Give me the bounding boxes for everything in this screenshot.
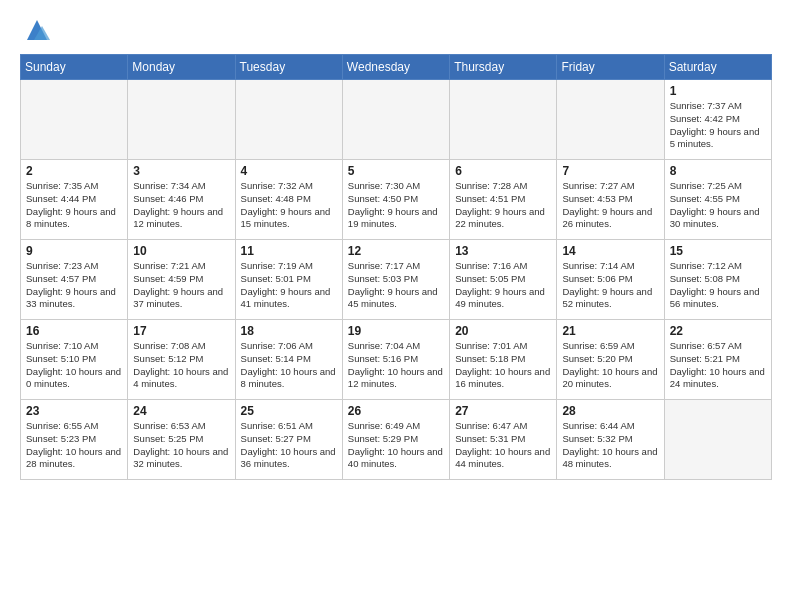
logo-icon xyxy=(22,16,52,42)
day-cell: 1Sunrise: 7:37 AM Sunset: 4:42 PM Daylig… xyxy=(664,80,771,160)
day-info: Sunrise: 6:53 AM Sunset: 5:25 PM Dayligh… xyxy=(133,420,230,471)
day-info: Sunrise: 7:27 AM Sunset: 4:53 PM Dayligh… xyxy=(562,180,659,231)
day-info: Sunrise: 7:17 AM Sunset: 5:03 PM Dayligh… xyxy=(348,260,445,311)
logo xyxy=(20,18,52,42)
day-number: 24 xyxy=(133,404,230,418)
day-number: 20 xyxy=(455,324,552,338)
day-cell: 13Sunrise: 7:16 AM Sunset: 5:05 PM Dayli… xyxy=(450,240,557,320)
day-cell xyxy=(342,80,449,160)
day-cell: 18Sunrise: 7:06 AM Sunset: 5:14 PM Dayli… xyxy=(235,320,342,400)
day-cell xyxy=(235,80,342,160)
day-info: Sunrise: 7:37 AM Sunset: 4:42 PM Dayligh… xyxy=(670,100,767,151)
day-number: 13 xyxy=(455,244,552,258)
day-cell: 20Sunrise: 7:01 AM Sunset: 5:18 PM Dayli… xyxy=(450,320,557,400)
day-number: 22 xyxy=(670,324,767,338)
day-info: Sunrise: 7:23 AM Sunset: 4:57 PM Dayligh… xyxy=(26,260,123,311)
day-info: Sunrise: 7:34 AM Sunset: 4:46 PM Dayligh… xyxy=(133,180,230,231)
day-info: Sunrise: 6:59 AM Sunset: 5:20 PM Dayligh… xyxy=(562,340,659,391)
col-header-monday: Monday xyxy=(128,55,235,80)
day-cell: 17Sunrise: 7:08 AM Sunset: 5:12 PM Dayli… xyxy=(128,320,235,400)
day-cell: 5Sunrise: 7:30 AM Sunset: 4:50 PM Daylig… xyxy=(342,160,449,240)
day-info: Sunrise: 7:12 AM Sunset: 5:08 PM Dayligh… xyxy=(670,260,767,311)
day-number: 21 xyxy=(562,324,659,338)
col-header-saturday: Saturday xyxy=(664,55,771,80)
day-info: Sunrise: 7:10 AM Sunset: 5:10 PM Dayligh… xyxy=(26,340,123,391)
col-header-friday: Friday xyxy=(557,55,664,80)
week-row-4: 23Sunrise: 6:55 AM Sunset: 5:23 PM Dayli… xyxy=(21,400,772,480)
day-cell: 22Sunrise: 6:57 AM Sunset: 5:21 PM Dayli… xyxy=(664,320,771,400)
day-cell: 28Sunrise: 6:44 AM Sunset: 5:32 PM Dayli… xyxy=(557,400,664,480)
day-number: 1 xyxy=(670,84,767,98)
day-info: Sunrise: 6:49 AM Sunset: 5:29 PM Dayligh… xyxy=(348,420,445,471)
day-number: 19 xyxy=(348,324,445,338)
day-cell xyxy=(557,80,664,160)
day-number: 28 xyxy=(562,404,659,418)
day-cell: 12Sunrise: 7:17 AM Sunset: 5:03 PM Dayli… xyxy=(342,240,449,320)
day-number: 27 xyxy=(455,404,552,418)
day-info: Sunrise: 6:47 AM Sunset: 5:31 PM Dayligh… xyxy=(455,420,552,471)
day-info: Sunrise: 6:44 AM Sunset: 5:32 PM Dayligh… xyxy=(562,420,659,471)
day-number: 9 xyxy=(26,244,123,258)
day-number: 8 xyxy=(670,164,767,178)
day-info: Sunrise: 7:28 AM Sunset: 4:51 PM Dayligh… xyxy=(455,180,552,231)
day-cell: 19Sunrise: 7:04 AM Sunset: 5:16 PM Dayli… xyxy=(342,320,449,400)
day-cell: 8Sunrise: 7:25 AM Sunset: 4:55 PM Daylig… xyxy=(664,160,771,240)
day-number: 11 xyxy=(241,244,338,258)
day-cell: 14Sunrise: 7:14 AM Sunset: 5:06 PM Dayli… xyxy=(557,240,664,320)
day-number: 25 xyxy=(241,404,338,418)
col-header-wednesday: Wednesday xyxy=(342,55,449,80)
day-number: 5 xyxy=(348,164,445,178)
day-cell: 11Sunrise: 7:19 AM Sunset: 5:01 PM Dayli… xyxy=(235,240,342,320)
day-number: 10 xyxy=(133,244,230,258)
day-number: 7 xyxy=(562,164,659,178)
day-number: 16 xyxy=(26,324,123,338)
day-info: Sunrise: 6:51 AM Sunset: 5:27 PM Dayligh… xyxy=(241,420,338,471)
day-cell: 21Sunrise: 6:59 AM Sunset: 5:20 PM Dayli… xyxy=(557,320,664,400)
day-number: 14 xyxy=(562,244,659,258)
day-cell: 10Sunrise: 7:21 AM Sunset: 4:59 PM Dayli… xyxy=(128,240,235,320)
day-cell: 4Sunrise: 7:32 AM Sunset: 4:48 PM Daylig… xyxy=(235,160,342,240)
col-header-tuesday: Tuesday xyxy=(235,55,342,80)
day-number: 6 xyxy=(455,164,552,178)
day-cell: 3Sunrise: 7:34 AM Sunset: 4:46 PM Daylig… xyxy=(128,160,235,240)
day-info: Sunrise: 7:21 AM Sunset: 4:59 PM Dayligh… xyxy=(133,260,230,311)
day-number: 18 xyxy=(241,324,338,338)
week-row-0: 1Sunrise: 7:37 AM Sunset: 4:42 PM Daylig… xyxy=(21,80,772,160)
day-info: Sunrise: 7:30 AM Sunset: 4:50 PM Dayligh… xyxy=(348,180,445,231)
day-number: 2 xyxy=(26,164,123,178)
day-number: 15 xyxy=(670,244,767,258)
day-cell: 6Sunrise: 7:28 AM Sunset: 4:51 PM Daylig… xyxy=(450,160,557,240)
calendar-header-row: SundayMondayTuesdayWednesdayThursdayFrid… xyxy=(21,55,772,80)
day-number: 26 xyxy=(348,404,445,418)
day-info: Sunrise: 7:35 AM Sunset: 4:44 PM Dayligh… xyxy=(26,180,123,231)
day-info: Sunrise: 7:16 AM Sunset: 5:05 PM Dayligh… xyxy=(455,260,552,311)
day-info: Sunrise: 7:19 AM Sunset: 5:01 PM Dayligh… xyxy=(241,260,338,311)
day-number: 12 xyxy=(348,244,445,258)
week-row-2: 9Sunrise: 7:23 AM Sunset: 4:57 PM Daylig… xyxy=(21,240,772,320)
page: SundayMondayTuesdayWednesdayThursdayFrid… xyxy=(0,0,792,490)
day-cell: 2Sunrise: 7:35 AM Sunset: 4:44 PM Daylig… xyxy=(21,160,128,240)
header xyxy=(20,18,772,42)
day-cell: 15Sunrise: 7:12 AM Sunset: 5:08 PM Dayli… xyxy=(664,240,771,320)
day-info: Sunrise: 7:14 AM Sunset: 5:06 PM Dayligh… xyxy=(562,260,659,311)
day-info: Sunrise: 7:01 AM Sunset: 5:18 PM Dayligh… xyxy=(455,340,552,391)
day-cell xyxy=(21,80,128,160)
day-number: 4 xyxy=(241,164,338,178)
day-cell xyxy=(664,400,771,480)
week-row-3: 16Sunrise: 7:10 AM Sunset: 5:10 PM Dayli… xyxy=(21,320,772,400)
day-cell: 26Sunrise: 6:49 AM Sunset: 5:29 PM Dayli… xyxy=(342,400,449,480)
day-info: Sunrise: 6:55 AM Sunset: 5:23 PM Dayligh… xyxy=(26,420,123,471)
day-cell: 27Sunrise: 6:47 AM Sunset: 5:31 PM Dayli… xyxy=(450,400,557,480)
day-info: Sunrise: 7:25 AM Sunset: 4:55 PM Dayligh… xyxy=(670,180,767,231)
day-cell: 23Sunrise: 6:55 AM Sunset: 5:23 PM Dayli… xyxy=(21,400,128,480)
day-info: Sunrise: 7:06 AM Sunset: 5:14 PM Dayligh… xyxy=(241,340,338,391)
day-info: Sunrise: 6:57 AM Sunset: 5:21 PM Dayligh… xyxy=(670,340,767,391)
day-cell: 9Sunrise: 7:23 AM Sunset: 4:57 PM Daylig… xyxy=(21,240,128,320)
day-cell xyxy=(450,80,557,160)
day-number: 3 xyxy=(133,164,230,178)
day-cell: 25Sunrise: 6:51 AM Sunset: 5:27 PM Dayli… xyxy=(235,400,342,480)
day-cell xyxy=(128,80,235,160)
week-row-1: 2Sunrise: 7:35 AM Sunset: 4:44 PM Daylig… xyxy=(21,160,772,240)
calendar: SundayMondayTuesdayWednesdayThursdayFrid… xyxy=(20,54,772,480)
day-cell: 7Sunrise: 7:27 AM Sunset: 4:53 PM Daylig… xyxy=(557,160,664,240)
